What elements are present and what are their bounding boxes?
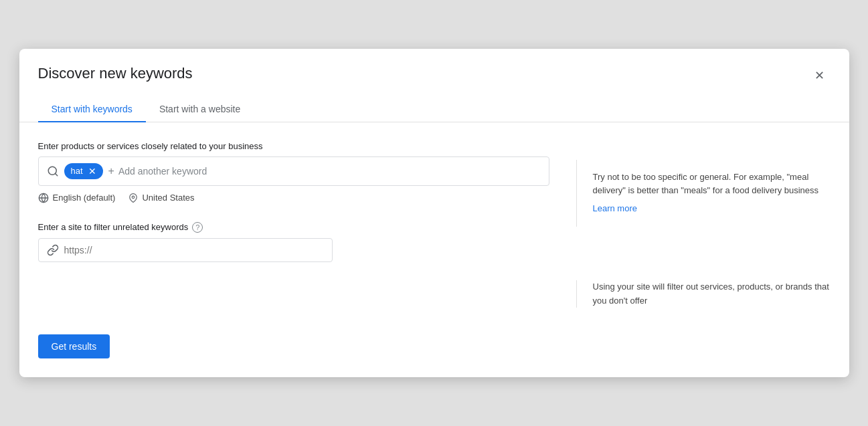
dialog-footer: Get results [19, 324, 849, 377]
location-icon [128, 193, 138, 203]
tab-start-with-keywords[interactable]: Start with keywords [38, 97, 146, 122]
dialog-body: Enter products or services closely relat… [19, 122, 849, 324]
learn-more-link[interactable]: Learn more [593, 202, 637, 216]
svg-line-1 [55, 173, 57, 175]
site-filter-field-group: Enter a site to filter unrelated keyword… [38, 222, 549, 262]
keywords-field-group: Enter products or services closely relat… [38, 141, 549, 203]
info-section: Try not to be too specific or general. F… [576, 141, 831, 308]
location-label: United States [142, 193, 194, 203]
link-icon [47, 244, 59, 256]
dialog-title: Discover new keywords [38, 65, 193, 82]
get-results-button[interactable]: Get results [38, 334, 110, 358]
search-icon [47, 165, 59, 177]
svg-point-4 [133, 196, 135, 199]
tab-start-with-website[interactable]: Start with a website [146, 97, 254, 122]
dialog-header: Discover new keywords ✕ [19, 49, 849, 86]
url-input-wrapper[interactable] [38, 238, 333, 262]
site-tip-text: Using your site will filter out services… [593, 280, 831, 308]
discover-keywords-dialog: Discover new keywords ✕ Start with keywo… [19, 49, 849, 378]
language-label: English (default) [53, 193, 116, 203]
keywords-label: Enter products or services closely relat… [38, 141, 549, 151]
language-icon [38, 193, 49, 203]
tabs-container: Start with keywords Start with a website [19, 97, 849, 122]
close-icon: ✕ [814, 70, 824, 82]
help-icon[interactable]: ? [192, 222, 203, 233]
site-info-box: Using your site will filter out services… [576, 280, 831, 308]
keyword-input-wrapper[interactable]: hat ✕ Add another keyword [38, 156, 549, 186]
language-location-row: English (default) United States [38, 193, 549, 203]
keyword-chip-hat: hat ✕ [64, 163, 103, 179]
language-selector[interactable]: English (default) [38, 193, 116, 203]
chip-remove-button[interactable]: ✕ [87, 166, 98, 177]
add-keyword-input[interactable]: Add another keyword [108, 165, 207, 177]
form-section: Enter products or services closely relat… [38, 141, 549, 308]
location-selector[interactable]: United States [128, 193, 194, 203]
url-input[interactable] [64, 245, 324, 255]
keywords-info-box: Try not to be too specific or general. F… [576, 160, 831, 227]
keywords-tip-text: Try not to be too specific or general. F… [593, 171, 831, 199]
close-button[interactable]: ✕ [809, 65, 831, 86]
site-filter-label: Enter a site to filter unrelated keyword… [38, 222, 549, 233]
chip-label: hat [71, 166, 83, 176]
